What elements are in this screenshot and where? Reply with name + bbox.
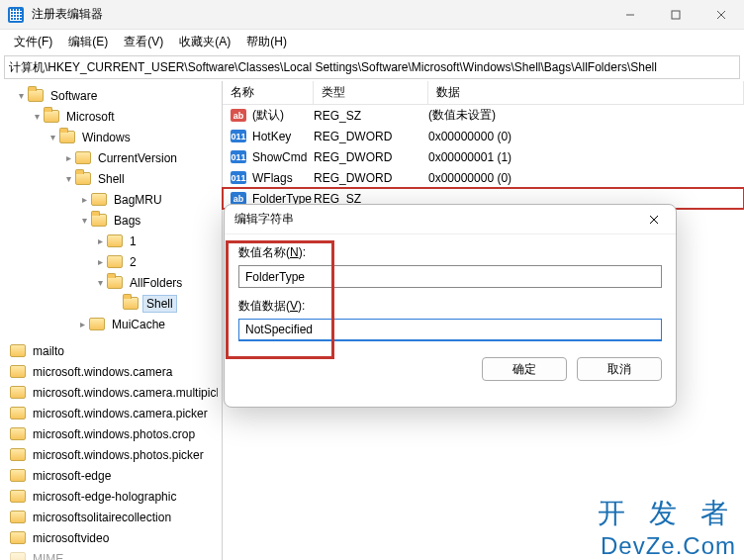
col-type[interactable]: 类型 [314, 81, 428, 104]
minimize-button[interactable] [607, 0, 653, 30]
watermark-line2: DevZe.Com [598, 532, 736, 560]
menu-file[interactable]: 文件(F) [6, 32, 60, 52]
edit-string-dialog: 编辑字符串 数值名称(N): 数值数据(V): 确定 取消 [224, 204, 677, 408]
string-icon: ab [231, 109, 246, 122]
list-row[interactable]: 011 HotKey REG_DWORD 0x00000000 (0) [223, 126, 744, 146]
watermark-line1: 开 发 者 [598, 495, 736, 532]
menubar: 文件(F) 编辑(E) 查看(V) 收藏夹(A) 帮助(H) [0, 30, 744, 53]
tree-node-shell[interactable]: ▾Shell [0, 168, 222, 189]
value-data-label: 数值数据(V): [238, 298, 662, 315]
menu-help[interactable]: 帮助(H) [238, 32, 295, 52]
tree-node[interactable]: microsoft.windows.photos.crop [0, 423, 222, 444]
regedit-icon [8, 7, 24, 23]
tree-node-windows[interactable]: ▾Windows [0, 127, 222, 147]
tree-node-software[interactable]: ▾Software [0, 85, 222, 106]
menu-favorites[interactable]: 收藏夹(A) [171, 32, 238, 52]
tree-node[interactable]: microsoft-edge [0, 465, 222, 486]
watermark: 开 发 者 DevZe.Com [598, 495, 736, 560]
col-data[interactable]: 数据 [428, 81, 744, 104]
dword-icon: 011 [231, 171, 246, 184]
tree-panel: ▾Software ▾Microsoft ▾Windows ▸CurrentVe… [0, 81, 223, 560]
tree-node-allfolders[interactable]: ▾AllFolders [0, 272, 222, 293]
dword-icon: 011 [231, 150, 246, 163]
dialog-title: 编辑字符串 [234, 211, 294, 228]
tree-node-bags[interactable]: ▾Bags [0, 210, 222, 231]
tree-node[interactable]: microsoft.windows.camera.picker [0, 403, 222, 423]
tree-node[interactable]: microsoft.windows.camera [0, 361, 222, 382]
tree-node-microsoft[interactable]: ▾Microsoft [0, 106, 222, 127]
dialog-buttons: 确定 取消 [225, 341, 676, 397]
tree-node-1[interactable]: ▸1 [0, 231, 222, 251]
tree-node[interactable]: microsoft-edge-holographic [0, 486, 222, 507]
menu-edit[interactable]: 编辑(E) [60, 32, 116, 52]
tree-node-bagmru[interactable]: ▸BagMRU [0, 189, 222, 210]
window-controls [607, 0, 744, 30]
tree-node[interactable]: microsoft.windows.camera.multipicker [0, 382, 222, 403]
dialog-close-button[interactable] [642, 208, 666, 232]
window-title: 注册表编辑器 [32, 6, 607, 23]
tree-node-muicache[interactable]: ▸MuiCache [0, 314, 222, 334]
address-text: 计算机\HKEY_CURRENT_USER\Software\Classes\L… [9, 59, 657, 76]
list-row[interactable]: 011 WFlags REG_DWORD 0x00000000 (0) [223, 167, 744, 188]
col-name[interactable]: 名称 [223, 81, 314, 104]
value-name-label: 数值名称(N): [238, 244, 662, 261]
address-bar[interactable]: 计算机\HKEY_CURRENT_USER\Software\Classes\L… [4, 55, 740, 79]
tree-node[interactable]: microsoftvideo [0, 527, 222, 548]
tree-node-mailto[interactable]: mailto [0, 340, 222, 361]
cancel-button[interactable]: 取消 [577, 357, 662, 381]
menu-view[interactable]: 查看(V) [116, 32, 171, 52]
tree-node[interactable]: microsoftsolitairecollection [0, 507, 222, 527]
list-row[interactable]: 011 ShowCmd REG_DWORD 0x00000001 (1) [223, 146, 744, 167]
dialog-body: 数值名称(N): 数值数据(V): [225, 234, 676, 341]
close-button[interactable] [698, 0, 744, 30]
dword-icon: 011 [231, 130, 246, 142]
ok-button[interactable]: 确定 [482, 357, 567, 381]
tree-node[interactable]: microsoft.windows.photos.picker [0, 444, 222, 465]
value-data-input[interactable] [238, 319, 662, 341]
maximize-button[interactable] [653, 0, 698, 30]
dialog-titlebar: 编辑字符串 [225, 205, 676, 234]
tree-node-shell-selected[interactable]: Shell [0, 293, 222, 314]
tree-node-currentversion[interactable]: ▸CurrentVersion [0, 147, 222, 168]
list-row-default[interactable]: ab (默认) REG_SZ (数值未设置) [223, 105, 744, 126]
tree-node-2[interactable]: ▸2 [0, 251, 222, 272]
svg-rect-1 [672, 11, 680, 19]
list-header: 名称 类型 数据 [223, 81, 744, 105]
titlebar: 注册表编辑器 [0, 0, 744, 30]
value-name-input[interactable] [238, 265, 662, 288]
tree-node[interactable]: MIME [0, 548, 222, 560]
